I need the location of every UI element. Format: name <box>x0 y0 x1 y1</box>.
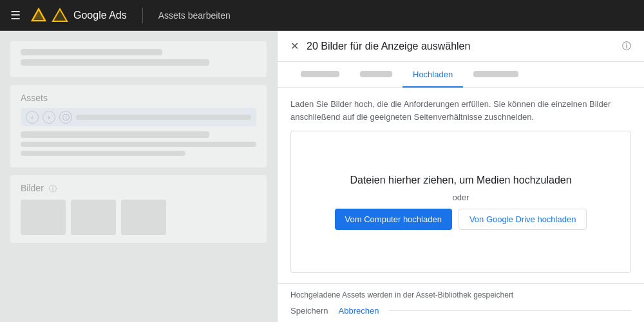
tab-hochladen-label: Hochladen <box>413 70 453 79</box>
lp-nav-skeleton <box>76 115 251 120</box>
main-container: Assets ‹ › ⓘ Bilder ⓘ <box>0 31 644 322</box>
tab-skeleton-label-3 <box>473 71 518 77</box>
right-panel: ✕ 20 Bilder für die Anzeige auswählen ⓘ … <box>277 31 644 322</box>
tab-hochladen[interactable]: Hochladen <box>402 62 463 87</box>
lp-skeleton-1 <box>21 49 162 55</box>
modal-close-button[interactable]: ✕ <box>290 40 299 52</box>
modal-header: ✕ 20 Bilder für die Anzeige auswählen ⓘ <box>278 31 644 62</box>
assets-label: Assets <box>21 93 256 103</box>
lp-nav-row: ‹ › ⓘ <box>21 108 256 126</box>
tab-skeleton-1[interactable] <box>290 62 350 87</box>
image-placeholder-2 <box>71 200 116 235</box>
page-title: Assets bearbeiten <box>158 10 231 21</box>
lp-images-card: Bilder ⓘ <box>10 175 267 243</box>
tab-skeleton-2[interactable] <box>350 62 402 87</box>
upload-computer-button[interactable]: Vom Computer hochladen <box>335 209 452 230</box>
top-nav: ☰ Google Ads Assets bearbeiten <box>0 0 644 31</box>
app-name: Google Ads <box>73 10 127 21</box>
lp-skeleton-5 <box>21 151 185 156</box>
nav-prev-btn[interactable]: ‹ <box>26 111 39 124</box>
google-ads-logo: Google Ads <box>31 7 127 24</box>
image-placeholder-3 <box>121 200 166 235</box>
lp-top-card <box>10 41 267 77</box>
image-placeholder-1 <box>21 200 66 235</box>
modal-body: Laden Sie Bilder hoch, die die Anforderu… <box>278 88 644 283</box>
footer-actions: Speichern Abbrechen <box>290 306 631 316</box>
lp-assets-card: Assets ‹ › ⓘ <box>10 85 267 167</box>
drop-zone-text: Dateien hierher ziehen, um Medien hochzu… <box>350 175 571 186</box>
images-info-icon: ⓘ <box>49 184 57 193</box>
upload-drive-button[interactable]: Von Google Drive hochladen <box>459 209 587 230</box>
nav-divider <box>142 8 143 23</box>
save-button[interactable]: Speichern <box>290 306 328 316</box>
nav-next-btn[interactable]: › <box>43 111 55 124</box>
nav-info-btn[interactable]: ⓘ <box>59 111 72 124</box>
drop-zone[interactable]: Dateien hierher ziehen, um Medien hochzu… <box>290 131 631 273</box>
footer-divider <box>389 310 631 311</box>
google-ads-logo-icon <box>31 8 46 23</box>
lp-skeleton-4 <box>21 142 256 147</box>
lp-skeleton-3 <box>21 131 209 138</box>
drop-zone-or: oder <box>452 193 469 202</box>
menu-icon[interactable]: ☰ <box>10 8 21 23</box>
tab-skeleton-label-1 <box>301 71 339 77</box>
modal-title: 20 Bilder für die Anzeige auswählen <box>307 41 614 52</box>
ads-triangle-logo <box>52 7 68 24</box>
lp-images-row <box>21 200 256 235</box>
images-label: Bilder ⓘ <box>21 183 256 194</box>
cancel-button[interactable]: Abbrechen <box>339 306 379 316</box>
drop-zone-buttons: Vom Computer hochladen Von Google Drive … <box>335 209 587 230</box>
modal-tabs: Hochladen <box>278 62 644 88</box>
modal-info-icon[interactable]: ⓘ <box>622 41 631 52</box>
left-panel: Assets ‹ › ⓘ Bilder ⓘ <box>0 31 277 322</box>
lp-skeleton-2 <box>21 59 209 66</box>
modal-footer: Hochgeladene Assets werden in der Asset-… <box>278 283 644 322</box>
tab-skeleton-label-2 <box>360 71 392 77</box>
svg-marker-4 <box>53 9 67 21</box>
footer-note: Hochgeladene Assets werden in der Asset-… <box>290 290 631 299</box>
tab-skeleton-3[interactable] <box>463 62 529 87</box>
modal-description: Laden Sie Bilder hoch, die die Anforderu… <box>290 98 631 123</box>
